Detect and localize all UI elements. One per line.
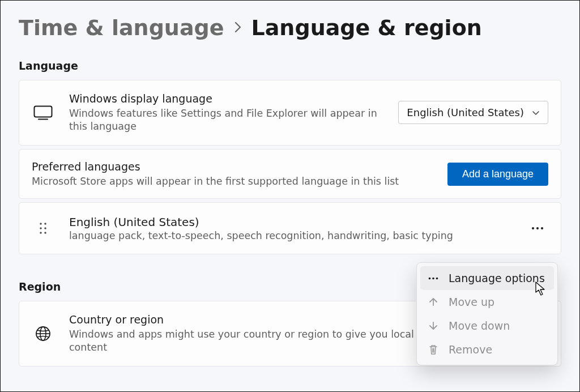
display-language-title: Windows display language (69, 92, 383, 106)
svg-rect-0 (35, 106, 52, 117)
menu-move-up-label: Move up (449, 296, 494, 308)
svg-point-16 (436, 277, 438, 279)
preferred-languages-title: Preferred languages (32, 160, 433, 174)
arrow-down-icon (427, 321, 440, 331)
breadcrumb: Time & language Language & region (19, 15, 561, 40)
country-region-desc: Windows and apps might use your country … (69, 328, 420, 355)
svg-point-2 (40, 223, 41, 224)
section-language-header: Language (19, 59, 561, 72)
svg-point-3 (44, 223, 46, 224)
menu-move-up: Move up (420, 290, 554, 314)
drag-handle-icon[interactable] (32, 222, 54, 235)
display-language-value: English (United States) (407, 106, 524, 118)
display-language-desc: Windows features like Settings and File … (69, 107, 383, 134)
page-title: Language & region (251, 15, 482, 40)
context-menu: Language options Move up Move down Remov… (416, 262, 558, 365)
preferred-languages-desc: Microsoft Store apps will appear in the … (32, 175, 433, 189)
language-entry-card[interactable]: English (United States) language pack, t… (19, 202, 561, 254)
globe-icon (32, 325, 54, 342)
svg-point-8 (532, 227, 534, 229)
svg-point-4 (40, 227, 41, 229)
svg-point-10 (541, 227, 543, 229)
chevron-right-icon (233, 20, 242, 34)
more-options-button[interactable] (527, 220, 548, 236)
menu-language-options[interactable]: Language options (420, 266, 554, 290)
chevron-down-icon (532, 109, 540, 117)
preferred-languages-card: Preferred languages Microsoft Store apps… (19, 149, 561, 199)
language-entry-features: language pack, text-to-speech, speech re… (69, 230, 512, 241)
language-entry-name: English (United States) (69, 215, 512, 229)
add-language-button[interactable]: Add a language (447, 163, 548, 186)
more-icon (427, 277, 440, 280)
arrow-up-icon (427, 297, 440, 307)
menu-remove-label: Remove (449, 343, 492, 356)
menu-remove: Remove (420, 338, 554, 361)
svg-point-14 (429, 277, 431, 279)
svg-point-5 (44, 227, 46, 229)
display-icon (32, 105, 54, 120)
display-language-dropdown[interactable]: English (United States) (398, 101, 548, 124)
svg-point-9 (536, 227, 539, 229)
menu-move-down-label: Move down (449, 319, 510, 332)
display-language-card: Windows display language Windows feature… (19, 80, 561, 146)
menu-language-options-label: Language options (449, 272, 545, 284)
svg-point-6 (40, 232, 41, 233)
svg-point-7 (44, 232, 46, 233)
trash-icon (427, 344, 440, 355)
svg-point-15 (432, 277, 434, 279)
menu-move-down: Move down (420, 314, 554, 338)
breadcrumb-parent[interactable]: Time & language (19, 15, 224, 40)
